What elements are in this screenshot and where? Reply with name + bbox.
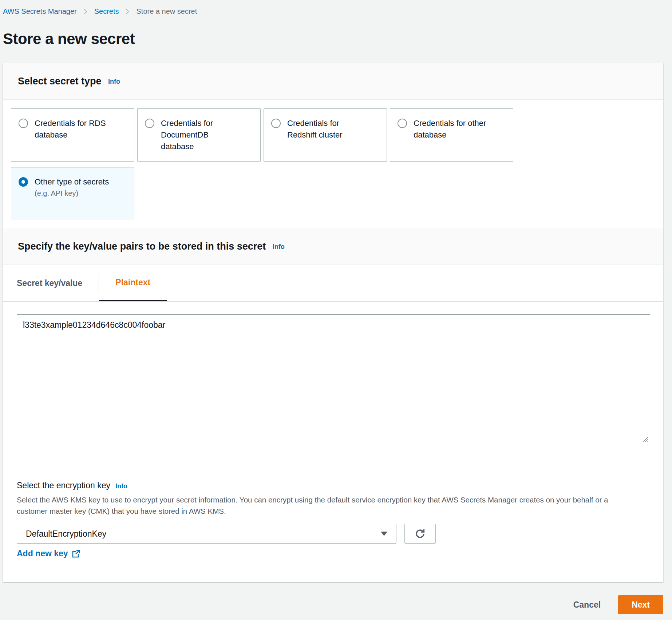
radio-unselected-icon[interactable] bbox=[398, 119, 407, 128]
refresh-keys-button[interactable] bbox=[404, 524, 436, 544]
secret-type-row-2: Other type of secrets (e.g. API key) bbox=[11, 167, 655, 220]
next-button[interactable]: Next bbox=[618, 595, 663, 614]
wizard-actions: Cancel Next bbox=[3, 595, 663, 614]
secret-type-row-1: Credentials for RDS database Credentials… bbox=[11, 108, 655, 162]
tile-credentials-redshift[interactable]: Credentials for Redshift cluster bbox=[264, 108, 387, 162]
refresh-icon bbox=[414, 528, 426, 540]
plaintext-tab-panel: l33te3xample01234d646c8c004foobar bbox=[3, 302, 663, 464]
tile-label: Credentials for other database bbox=[414, 118, 492, 141]
tab-plaintext[interactable]: Plaintext bbox=[99, 265, 167, 301]
radio-unselected-icon[interactable] bbox=[145, 119, 154, 128]
cancel-button[interactable]: Cancel bbox=[573, 600, 601, 610]
select-secret-type-title: Select secret type bbox=[18, 76, 102, 87]
radio-unselected-icon[interactable] bbox=[271, 119, 281, 128]
tile-sublabel: (e.g. API key) bbox=[35, 188, 109, 199]
select-secret-type-info-link[interactable]: Info bbox=[108, 78, 120, 85]
breadcrumb: AWS Secrets Manager Secrets Store a new … bbox=[0, 0, 672, 16]
tile-label: Other type of secrets bbox=[35, 176, 109, 188]
encryption-key-selected-value: DefaultEncryptionKey bbox=[26, 529, 106, 539]
breadcrumb-link-secrets-manager[interactable]: AWS Secrets Manager bbox=[3, 7, 77, 16]
secret-type-options: Credentials for RDS database Credentials… bbox=[3, 100, 663, 228]
breadcrumb-link-secrets[interactable]: Secrets bbox=[94, 7, 119, 16]
tile-credentials-rds[interactable]: Credentials for RDS database bbox=[11, 108, 134, 162]
tile-credentials-other-database[interactable]: Credentials for other database bbox=[390, 108, 513, 162]
tile-label: Credentials for Redshift cluster bbox=[287, 118, 365, 141]
add-new-key-label[interactable]: Add new key bbox=[17, 549, 68, 559]
plaintext-secret-input[interactable]: l33te3xample01234d646c8c004foobar bbox=[17, 314, 650, 444]
encryption-key-label: Select the encryption key bbox=[17, 481, 110, 490]
tile-credentials-documentdb[interactable]: Credentials for DocumentDB database bbox=[137, 108, 261, 162]
chevron-right-icon bbox=[124, 8, 131, 15]
card-bottom-padding bbox=[3, 569, 663, 582]
tab-secret-key-value[interactable]: Secret key/value bbox=[3, 265, 99, 301]
encryption-key-section: Select the encryption key Info Select th… bbox=[3, 464, 663, 569]
tile-label: Credentials for RDS database bbox=[35, 118, 113, 141]
select-secret-type-header: Select secret type Info bbox=[3, 63, 663, 100]
store-secret-card: Select secret type Info Credentials for … bbox=[3, 63, 663, 582]
tile-label: Credentials for DocumentDB database bbox=[161, 118, 239, 152]
chevron-right-icon bbox=[82, 8, 89, 15]
key-value-section-header: Specify the key/value pairs to be stored… bbox=[3, 228, 663, 265]
external-link-icon bbox=[72, 549, 80, 558]
breadcrumb-current: Store a new secret bbox=[136, 7, 197, 16]
encryption-key-description: Select the AWS KMS key to use to encrypt… bbox=[17, 494, 608, 517]
add-new-key-link[interactable]: Add new key bbox=[17, 549, 80, 559]
caret-down-icon bbox=[381, 532, 387, 536]
radio-unselected-icon[interactable] bbox=[19, 119, 28, 128]
tile-text-group: Other type of secrets (e.g. API key) bbox=[35, 176, 109, 199]
resize-grip-icon[interactable] bbox=[641, 435, 649, 443]
encryption-key-info-link[interactable]: Info bbox=[115, 482, 127, 490]
radio-selected-icon[interactable] bbox=[19, 177, 28, 187]
encryption-key-select[interactable]: DefaultEncryptionKey bbox=[17, 524, 396, 544]
key-value-section-title: Specify the key/value pairs to be stored… bbox=[18, 241, 266, 252]
tile-other-type-of-secrets[interactable]: Other type of secrets (e.g. API key) bbox=[11, 167, 134, 220]
page-title: Store a new secret bbox=[3, 30, 672, 48]
key-value-info-link[interactable]: Info bbox=[273, 243, 285, 250]
secret-value-tabs: Secret key/value Plaintext bbox=[3, 265, 663, 302]
